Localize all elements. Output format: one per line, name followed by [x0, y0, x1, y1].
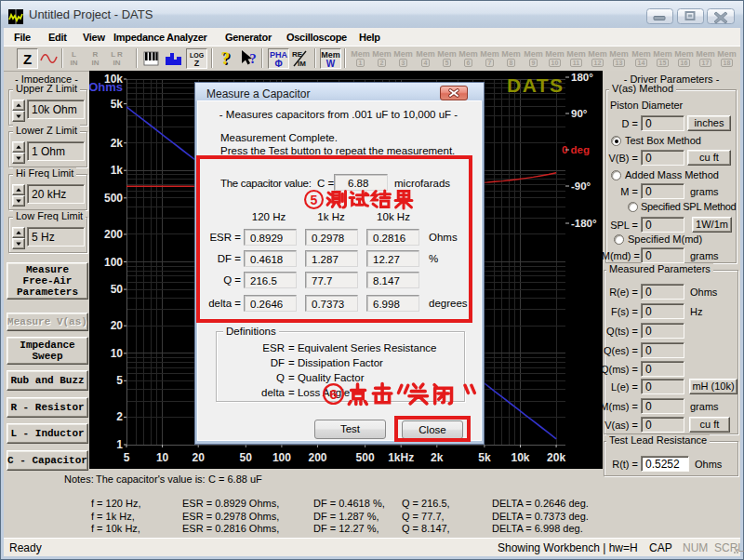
svg-text:1: 1 — [116, 438, 123, 451]
svg-text:10: 10 — [156, 451, 169, 464]
svg-text:6: 6 — [329, 386, 338, 402]
svg-text:1kHz: 1kHz — [388, 451, 414, 464]
svg-text:200: 200 — [308, 451, 326, 464]
svg-text:20: 20 — [193, 451, 206, 464]
svg-text:20: 20 — [111, 319, 124, 332]
svg-text:500: 500 — [104, 192, 123, 205]
svg-text:50: 50 — [240, 451, 253, 464]
svg-text:2k: 2k — [111, 137, 124, 150]
svg-text:100: 100 — [272, 451, 291, 464]
svg-text:500: 500 — [356, 451, 375, 464]
svg-text:1k: 1k — [111, 164, 124, 177]
svg-text:2k: 2k — [431, 451, 444, 464]
svg-text:5: 5 — [311, 193, 318, 207]
svg-text:5: 5 — [124, 451, 130, 464]
svg-text:Ohms: Ohms — [89, 80, 123, 94]
svg-text:2: 2 — [116, 410, 123, 423]
svg-text:5k: 5k — [111, 98, 124, 111]
svg-text:?: ? — [221, 48, 231, 68]
